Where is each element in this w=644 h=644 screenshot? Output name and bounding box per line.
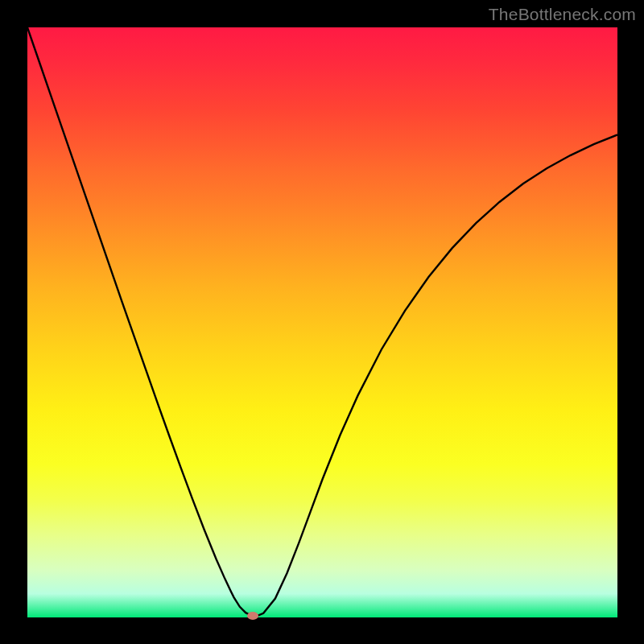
chart-container: TheBottleneck.com — [0, 0, 644, 644]
bottleneck-curve — [27, 27, 617, 616]
curve-svg — [27, 27, 617, 617]
optimum-marker — [247, 612, 258, 620]
watermark-text: TheBottleneck.com — [489, 5, 636, 24]
